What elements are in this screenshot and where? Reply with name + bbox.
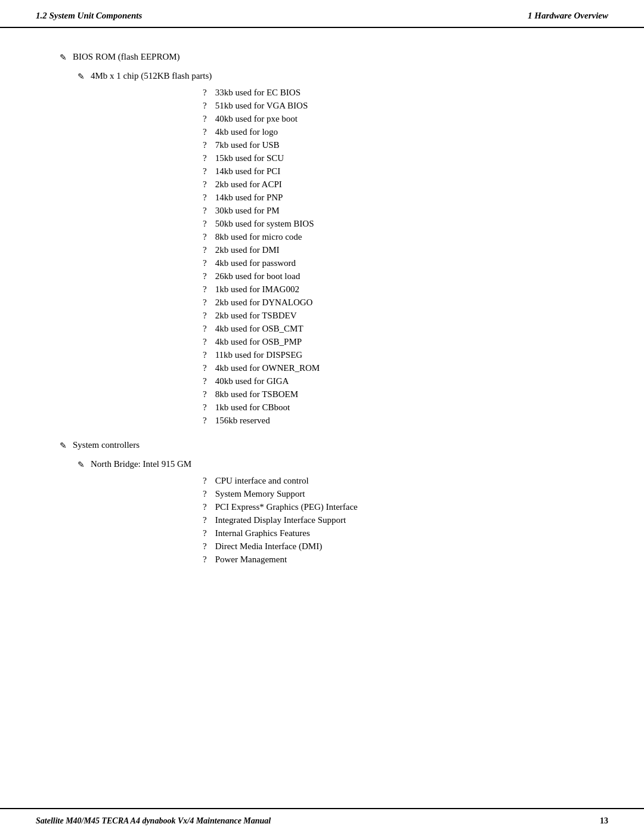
footer-right: 13	[600, 816, 608, 826]
list-item-text: Integrated Display Interface Support	[215, 515, 346, 525]
bullet-mark: ?	[203, 298, 207, 308]
page-header: 1.2 System Unit Components 1 Hardware Ov…	[0, 0, 644, 28]
list-item-text: 7kb used for USB	[215, 140, 280, 150]
list-item: ? 30kb used for PM	[203, 206, 596, 216]
list-item-text: 4kb used for OWNER_ROM	[215, 363, 320, 373]
list-item: ? Direct Media Interface (DMI)	[203, 541, 596, 552]
north-bridge-bullet-list: ? CPU interface and control ? System Mem…	[203, 476, 596, 565]
list-item: ? 8kb used for micro code	[203, 232, 596, 242]
list-item: ? 14kb used for PNP	[203, 193, 596, 203]
bios-title-text: BIOS ROM (flash EEPROM)	[73, 52, 180, 62]
bullet-mark: ?	[203, 284, 207, 295]
list-item: ? 2kb used for TSBDEV	[203, 311, 596, 321]
list-item: ? 2kb used for DMI	[203, 245, 596, 255]
list-item: ? 11kb used for DISPSEG	[203, 350, 596, 360]
list-item-text: 15kb used for SCU	[215, 153, 284, 163]
main-content: ✎ BIOS ROM (flash EEPROM) ✎ 4Mb x 1 chip…	[0, 28, 644, 608]
bullet-mark: ?	[203, 101, 207, 111]
page: 1.2 System Unit Components 1 Hardware Ov…	[0, 0, 644, 833]
list-item: ? Power Management	[203, 555, 596, 565]
list-item: ? 50kb used for system BIOS	[203, 219, 596, 229]
bullet-mark: ?	[203, 515, 207, 525]
bullet-mark: ?	[203, 502, 207, 512]
controllers-title-item: ✎ System controllers	[60, 440, 596, 451]
header-right: 1 Hardware Overview	[528, 11, 608, 21]
list-item-text: 14kb used for PNP	[215, 193, 283, 203]
footer-left: Satellite M40/M45 TECRA A4 dynabook Vx/4…	[36, 816, 271, 826]
list-item-text: 14kb used for PCI	[215, 166, 281, 176]
list-item-text: 40kb used for pxe boot	[215, 114, 298, 124]
list-item-text: 2kb used for DMI	[215, 245, 280, 255]
list-item-text: System Memory Support	[215, 489, 305, 499]
list-item-text: Power Management	[215, 555, 287, 565]
page-footer: Satellite M40/M45 TECRA A4 dynabook Vx/4…	[0, 808, 644, 833]
bios-section: ✎ BIOS ROM (flash EEPROM) ✎ 4Mb x 1 chip…	[48, 52, 596, 426]
list-item: ? 51kb used for VGA BIOS	[203, 101, 596, 111]
list-item-text: 4kb used for logo	[215, 127, 278, 137]
list-item: ? 4kb used for logo	[203, 127, 596, 137]
bios-bullet-list: ? 33kb used for EC BIOS ? 51kb used for …	[203, 88, 596, 426]
list-item: ? 1kb used for CBboot	[203, 402, 596, 413]
bullet-mark: ?	[203, 166, 207, 176]
bullet-mark: ?	[203, 416, 207, 426]
north-bridge-text: North Bridge: Intel 915 GM	[91, 459, 191, 469]
bullet-mark: ?	[203, 311, 207, 321]
bullet-mark: ?	[203, 258, 207, 268]
list-item-text: CPU interface and control	[215, 476, 309, 486]
list-item-text: 1kb used for CBboot	[215, 402, 290, 413]
bullet-mark: ?	[203, 271, 207, 281]
pencil-icon-bios: ✎	[60, 52, 67, 63]
bullet-mark: ?	[203, 402, 207, 413]
list-item: ? 4kb used for OSB_CMT	[203, 324, 596, 334]
list-item: ? 40kb used for GIGA	[203, 376, 596, 386]
list-item: ? System Memory Support	[203, 489, 596, 499]
list-item-text: 2kb used for DYNALOGO	[215, 298, 313, 308]
list-item: ? 1kb used for IMAG002	[203, 284, 596, 295]
bullet-mark: ?	[203, 219, 207, 229]
list-item-text: 1kb used for IMAG002	[215, 284, 299, 295]
list-item-text: 4kb used for OSB_CMT	[215, 324, 304, 334]
list-item: ? 4kb used for password	[203, 258, 596, 268]
bullet-mark: ?	[203, 476, 207, 486]
bullet-mark: ?	[203, 153, 207, 163]
list-item: ? 2kb used for DYNALOGO	[203, 298, 596, 308]
controllers-title-text: System controllers	[73, 440, 140, 450]
list-item: ? CPU interface and control	[203, 476, 596, 486]
bullet-mark: ?	[203, 389, 207, 400]
bullet-mark: ?	[203, 541, 207, 552]
list-item-text: 30kb used for PM	[215, 206, 280, 216]
list-item: ? 156kb reserved	[203, 416, 596, 426]
bullet-mark: ?	[203, 127, 207, 137]
list-item-text: 51kb used for VGA BIOS	[215, 101, 308, 111]
pencil-icon-bios-sub: ✎	[78, 72, 85, 82]
north-bridge-item: ✎ North Bridge: Intel 915 GM	[78, 459, 596, 470]
bullet-mark: ?	[203, 179, 207, 190]
bios-subtitle-text: 4Mb x 1 chip (512KB flash parts)	[91, 71, 212, 81]
list-item-text: Direct Media Interface (DMI)	[215, 541, 323, 552]
list-item: ? 14kb used for PCI	[203, 166, 596, 176]
list-item-text: 4kb used for password	[215, 258, 296, 268]
bullet-mark: ?	[203, 140, 207, 150]
list-item-text: 2kb used for TSBDEV	[215, 311, 297, 321]
bullet-mark: ?	[203, 376, 207, 386]
list-item: ? 40kb used for pxe boot	[203, 114, 596, 124]
list-item: ? Internal Graphics Features	[203, 528, 596, 538]
list-item-text: 26kb used for boot load	[215, 271, 300, 281]
bios-subtitle-item: ✎ 4Mb x 1 chip (512KB flash parts)	[78, 71, 596, 82]
list-item-text: 33kb used for EC BIOS	[215, 88, 301, 98]
list-item: ? 4kb used for OSB_PMP	[203, 337, 596, 347]
bullet-mark: ?	[203, 555, 207, 565]
bullet-mark: ?	[203, 489, 207, 499]
pencil-icon-controllers: ✎	[60, 441, 67, 451]
bullet-mark: ?	[203, 350, 207, 360]
bullet-mark: ?	[203, 232, 207, 242]
list-item: ? 4kb used for OWNER_ROM	[203, 363, 596, 373]
bullet-mark: ?	[203, 337, 207, 347]
bullet-mark: ?	[203, 245, 207, 255]
list-item-text: 50kb used for system BIOS	[215, 219, 314, 229]
list-item: ? 26kb used for boot load	[203, 271, 596, 281]
bullet-mark: ?	[203, 528, 207, 538]
list-item: ? Integrated Display Interface Support	[203, 515, 596, 525]
header-left: 1.2 System Unit Components	[36, 11, 142, 21]
controllers-section: ✎ System controllers ✎ North Bridge: Int…	[48, 440, 596, 565]
